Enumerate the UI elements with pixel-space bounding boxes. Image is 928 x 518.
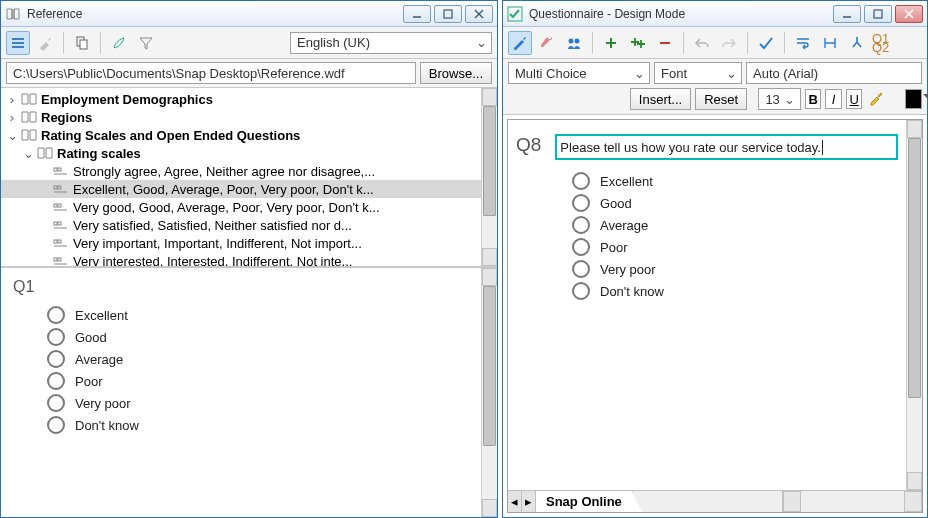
vertical-scrollbar[interactable]	[481, 268, 497, 517]
preview-option: Very poor	[47, 394, 469, 412]
book-icon	[21, 110, 37, 124]
design-canvas[interactable]: Q8 Please tell us how you rate our servi…	[508, 120, 906, 490]
minimize-button[interactable]	[833, 5, 861, 23]
svg-rect-10	[54, 186, 57, 189]
tree-item[interactable]: Excellent, Good, Average, Poor, Very poo…	[1, 180, 481, 198]
expand-icon[interactable]: ⌄	[5, 128, 19, 143]
design-mode-button[interactable]	[508, 31, 532, 55]
goto-question-button[interactable]: Q1Q2	[872, 34, 892, 52]
tree-item[interactable]: Very interested, Interested, Indifferent…	[1, 252, 481, 266]
font-property-combo[interactable]: Font⌄	[654, 62, 742, 84]
redo-button[interactable]	[717, 31, 741, 55]
question-option[interactable]: Average	[572, 216, 898, 234]
bold-button[interactable]: B	[805, 89, 822, 109]
italic-button[interactable]: I	[825, 89, 842, 109]
option-label: Very poor	[600, 262, 656, 277]
tree-item[interactable]: ⌄Rating scales	[1, 144, 481, 162]
tree-item[interactable]: ⌄Rating Scales and Open Ended Questions	[1, 126, 481, 144]
expand-icon[interactable]: ›	[5, 92, 19, 107]
question-text-input[interactable]: Please tell us how you rate our service …	[555, 134, 898, 160]
reference-tree[interactable]: ›Employment Demographics›Regions⌄Rating …	[1, 88, 481, 266]
expand-icon[interactable]: ›	[5, 110, 19, 125]
minimize-button[interactable]	[403, 5, 431, 23]
tree-item-label: Very good, Good, Average, Poor, Very poo…	[73, 200, 380, 215]
font-value-combo[interactable]: Auto (Arial)	[746, 62, 922, 84]
chevron-down-icon: ⌄	[632, 66, 646, 81]
close-button[interactable]	[895, 5, 923, 23]
check-button[interactable]	[754, 31, 778, 55]
preview-option: Average	[47, 350, 469, 368]
text-color-button[interactable]	[905, 89, 922, 109]
design-toolbar: Q1Q2	[503, 27, 927, 59]
tab-snap-online[interactable]: Snap Online	[536, 491, 633, 512]
window-title: Reference	[27, 7, 403, 21]
insert-button[interactable]: Insert...	[630, 88, 691, 110]
vertical-scrollbar[interactable]	[906, 120, 922, 490]
svg-rect-19	[54, 240, 57, 243]
svg-rect-4	[12, 46, 24, 48]
copy-button[interactable]	[70, 31, 94, 55]
radio-icon	[47, 416, 65, 434]
filter-button[interactable]	[134, 31, 158, 55]
brush-button[interactable]	[107, 31, 131, 55]
titlebar[interactable]: Questionnaire - Design Mode	[503, 1, 927, 27]
add-button[interactable]	[599, 31, 623, 55]
add-multiple-button[interactable]	[626, 31, 650, 55]
radio-icon	[47, 306, 65, 324]
tree-item[interactable]: Very good, Good, Average, Poor, Very poo…	[1, 198, 481, 216]
path-input[interactable]: C:\Users\Public\Documents\Snap Desktop\R…	[6, 62, 416, 84]
maximize-button[interactable]	[434, 5, 462, 23]
language-combo[interactable]: English (UK) ⌄	[290, 32, 492, 54]
tree-item[interactable]: Strongly agree, Agree, Neither agree nor…	[1, 162, 481, 180]
close-button[interactable]	[465, 5, 493, 23]
question-option[interactable]: Very poor	[572, 260, 898, 278]
titlebar[interactable]: Reference	[1, 1, 497, 27]
tree-item-label: Regions	[41, 110, 92, 125]
option-label: Good	[75, 330, 107, 345]
tree-item-label: Rating scales	[57, 146, 141, 161]
tools-button[interactable]	[33, 31, 57, 55]
option-label: Average	[600, 218, 648, 233]
svg-point-29	[575, 38, 580, 43]
question-option[interactable]: Poor	[572, 238, 898, 256]
question-id: Q8	[516, 134, 541, 156]
question-option[interactable]: Don't know	[572, 282, 898, 300]
path-bar: C:\Users\Public\Documents\Snap Desktop\R…	[1, 59, 497, 88]
question-option[interactable]: Excellent	[572, 172, 898, 190]
break-button[interactable]	[818, 31, 842, 55]
browse-button[interactable]: Browse...	[420, 62, 492, 84]
view-mode-button[interactable]	[6, 31, 30, 55]
option-label: Poor	[600, 240, 627, 255]
tree-item-label: Strongly agree, Agree, Neither agree nor…	[73, 164, 375, 179]
highlight-button[interactable]	[866, 87, 886, 111]
option-label: Very poor	[75, 396, 131, 411]
branch-button[interactable]	[845, 31, 869, 55]
reset-button[interactable]: Reset	[695, 88, 747, 110]
maximize-button[interactable]	[864, 5, 892, 23]
wrap-button[interactable]	[791, 31, 815, 55]
vertical-scrollbar[interactable]	[481, 88, 497, 266]
font-size-combo[interactable]: 13⌄	[758, 88, 800, 110]
preview-qnum: Q1	[13, 278, 469, 296]
radio-icon	[572, 194, 590, 212]
svg-rect-7	[54, 168, 57, 171]
tree-item[interactable]: ›Regions	[1, 108, 481, 126]
tree-item[interactable]: Very important, Important, Indifferent, …	[1, 234, 481, 252]
tree-item[interactable]: ›Employment Demographics	[1, 90, 481, 108]
tab-prev-button[interactable]: ◂	[508, 491, 522, 512]
svg-rect-27	[874, 10, 882, 18]
undo-button[interactable]	[690, 31, 714, 55]
underline-button[interactable]: U	[846, 89, 863, 109]
collaborate-button[interactable]	[562, 31, 586, 55]
tab-next-button[interactable]: ▸	[522, 491, 536, 512]
svg-rect-17	[58, 222, 61, 225]
question-type-combo[interactable]: Multi Choice⌄	[508, 62, 650, 84]
chevron-down-icon: ⌄	[474, 35, 488, 50]
question-option[interactable]: Good	[572, 194, 898, 212]
horizontal-scrollbar[interactable]	[782, 491, 922, 512]
style-button[interactable]	[535, 31, 559, 55]
expand-icon[interactable]: ⌄	[21, 146, 35, 161]
preview-canvas: Q1 ExcellentGoodAveragePoorVery poorDon'…	[1, 268, 481, 517]
tree-item[interactable]: Very satisfied, Satisfied, Neither satis…	[1, 216, 481, 234]
remove-button[interactable]	[653, 31, 677, 55]
